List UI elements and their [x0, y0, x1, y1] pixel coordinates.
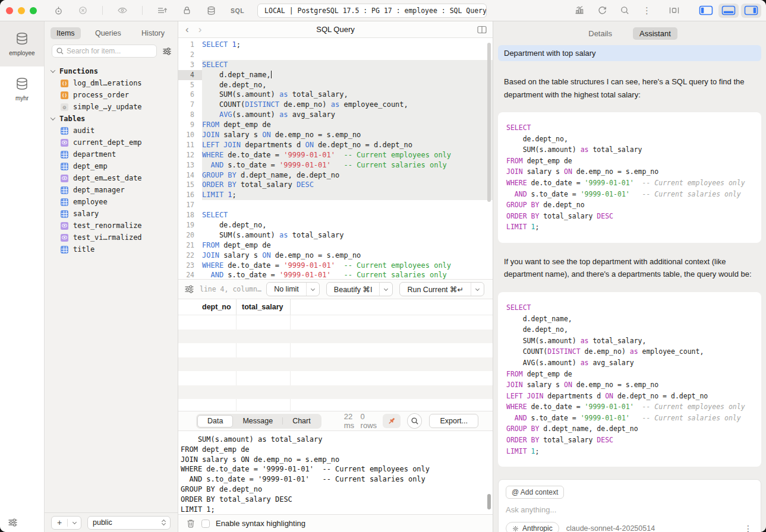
syntax-highlighting-checkbox[interactable]	[201, 520, 210, 528]
tab-assistant[interactable]: Assistant	[633, 27, 677, 40]
table-row[interactable]	[178, 315, 493, 330]
refresh-icon[interactable]	[597, 5, 607, 15]
editor-line-14[interactable]: 14GROUP BY d.dept_name, de.dept_no	[178, 170, 493, 180]
editor-line-2[interactable]: 2	[178, 50, 493, 60]
search-results-button[interactable]	[407, 413, 423, 429]
editor-scrollbar[interactable]	[487, 43, 491, 202]
plus-icon[interactable]: +	[52, 517, 67, 529]
table-row[interactable]	[178, 357, 493, 372]
sidebar-item-audit[interactable]: audit	[45, 125, 178, 137]
editor-line-11[interactable]: 11LEFT JOIN departments d ON de.dept_no …	[178, 140, 493, 150]
tab-data[interactable]: Data	[197, 415, 233, 428]
assistant-code-block[interactable]: SELECT d.dept_name, de.dept_no, SUM(s.am…	[498, 292, 761, 467]
preview-eye-icon[interactable]	[117, 5, 128, 15]
trash-icon[interactable]	[186, 518, 196, 528]
filter-icon[interactable]	[162, 47, 172, 56]
beautify-dropdown[interactable]	[379, 283, 392, 296]
table-row[interactable]	[178, 385, 493, 400]
filter-icon[interactable]	[184, 284, 194, 294]
model-name[interactable]: claude-sonnet-4-20250514	[566, 524, 655, 532]
database-icon[interactable]	[206, 5, 216, 16]
column-header-dept-no[interactable]: dept_no	[178, 299, 237, 315]
editor-line-16[interactable]: 16LIMIT 1;	[178, 190, 493, 200]
sidebar-item-process_order[interactable]: process_order	[45, 89, 178, 101]
editor-line-5[interactable]: 5 de.dept_no,	[178, 80, 493, 90]
sidebar-item-dept_manager[interactable]: dept_manager	[45, 184, 178, 196]
message-pane[interactable]: SUM(s.amount) as total_salaryFROM dept_e…	[178, 431, 493, 514]
toggle-bottom-panel-icon[interactable]	[718, 4, 739, 18]
more-options-icon[interactable]: ⋮	[744, 524, 754, 532]
rail-item-myhr[interactable]: myhr	[0, 66, 44, 112]
schema-select[interactable]: public	[87, 516, 171, 530]
sidebar-item-test_virmalized[interactable]: test_vi…rmalized	[45, 232, 178, 243]
tab-details[interactable]: Details	[582, 27, 619, 40]
limit-button[interactable]: No limit	[266, 282, 320, 296]
sidebar-item-simple_y_update[interactable]: simple_…y_update	[45, 101, 178, 113]
editor-line-1[interactable]: 1SELECT 1;	[178, 40, 493, 50]
editor-line-10[interactable]: 10JOIN salary s ON de.emp_no = s.emp_no	[178, 130, 493, 140]
sidebar-item-department[interactable]: department	[45, 148, 178, 160]
editor-line-20[interactable]: 20 SUM(s.amount) as total_salary	[178, 230, 493, 240]
tab-message[interactable]: Message	[233, 415, 282, 428]
editor-line-23[interactable]: 23WHERE de.to_date = '9999-01-01' -- Cur…	[178, 261, 493, 271]
sidebar-item-log_dmlerations[interactable]: log_dml…erations	[45, 77, 178, 89]
provider-select[interactable]: Anthropic	[506, 522, 559, 532]
limit-dropdown[interactable]	[306, 283, 319, 296]
tab-history[interactable]: History	[135, 27, 171, 39]
filter-icon[interactable]	[8, 518, 18, 527]
rail-item-employee[interactable]: employee	[0, 21, 44, 66]
export-button[interactable]: Export...	[429, 414, 478, 428]
editor-line-19[interactable]: 19 de.dept_no,	[178, 220, 493, 230]
connection-title-field[interactable]: LOCAL | PostgreSQL 17.5 : PG 17 : employ…	[257, 4, 487, 18]
editor-line-18[interactable]: 18SELECT	[178, 210, 493, 220]
table-row[interactable]	[178, 399, 493, 411]
editor-line-21[interactable]: 21FROM dept_emp de	[178, 240, 493, 251]
editor-line-7[interactable]: 7 COUNT(DISTINCT de.emp_no) as employee_…	[178, 100, 493, 110]
conversation-title-banner[interactable]: Department with top salary	[498, 45, 761, 61]
sidebar-item-title[interactable]: title	[45, 243, 178, 255]
zoom-window-button[interactable]	[30, 7, 37, 14]
table-row[interactable]	[178, 330, 493, 344]
split-view-icon[interactable]	[477, 26, 487, 34]
beautify-button[interactable]: Beautify ⌘I	[326, 282, 393, 296]
sidebar-item-employee[interactable]: employee	[45, 196, 178, 208]
editor-line-8[interactable]: 8 AVG(s.amount) as avg_salary	[178, 110, 493, 120]
search-input[interactable]	[52, 45, 157, 58]
lock-icon[interactable]	[182, 5, 192, 15]
assistant-code-block[interactable]: SELECT de.dept_no, SUM(s.amount) as tota…	[498, 112, 761, 243]
sidebar-item-test_renormalize[interactable]: test_renormalize	[45, 220, 178, 232]
editor-line-15[interactable]: 15ORDER BY total_salary DESC	[178, 180, 493, 190]
run-dropdown[interactable]	[471, 283, 484, 296]
editor-line-6[interactable]: 6 SUM(s.amount) as total_salary,	[178, 90, 493, 100]
sidebar-item-current_dept_emp[interactable]: current_dept_emp	[45, 137, 178, 148]
toggle-right-panel-icon[interactable]	[741, 4, 761, 18]
tab-items[interactable]: Items	[51, 27, 81, 39]
column-header-total-salary[interactable]: total_salary	[237, 299, 291, 315]
cancel-icon[interactable]	[78, 5, 88, 15]
editor-line-17[interactable]: 17	[178, 200, 493, 210]
table-row[interactable]	[178, 343, 493, 357]
editor-line-4[interactable]: 4 d.dept_name,	[178, 70, 493, 80]
pin-icon[interactable]	[383, 414, 401, 428]
more-options-icon[interactable]: ⋮	[642, 6, 651, 15]
table-row[interactable]	[178, 371, 493, 385]
search-icon[interactable]	[620, 5, 630, 15]
editor-line-22[interactable]: 22JOIN salary s ON de.emp_no = s.emp_no	[178, 251, 493, 261]
close-window-button[interactable]	[6, 7, 13, 14]
editor-line-12[interactable]: 12WHERE de.to_date = '9999-01-01' -- Cur…	[178, 150, 493, 160]
add-context-button[interactable]: @ Add context	[506, 486, 564, 499]
chart-icon[interactable]	[574, 5, 585, 15]
chat-input[interactable]: Ask anything...	[506, 505, 754, 514]
tab-queries[interactable]: Queries	[89, 27, 127, 39]
editor-line-3[interactable]: 3SELECT	[178, 60, 493, 70]
minimize-window-button[interactable]	[18, 7, 25, 14]
editor-line-24[interactable]: 24 AND s.to_date = '9999-01-01' -- Curre…	[178, 270, 493, 279]
target-icon[interactable]	[53, 5, 64, 16]
message-scrollbar[interactable]	[487, 494, 491, 509]
tree-section-functions[interactable]: Functions	[45, 65, 178, 77]
editor-line-9[interactable]: 9FROM dept_emp de	[178, 120, 493, 130]
query-list-icon[interactable]	[157, 5, 168, 15]
run-current-button[interactable]: Run Current ⌘↵	[399, 282, 484, 296]
sidebar-item-dept_emest_date[interactable]: dept_em…est_date	[45, 172, 178, 184]
sidebar-item-dept_emp[interactable]: dept_emp	[45, 160, 178, 172]
